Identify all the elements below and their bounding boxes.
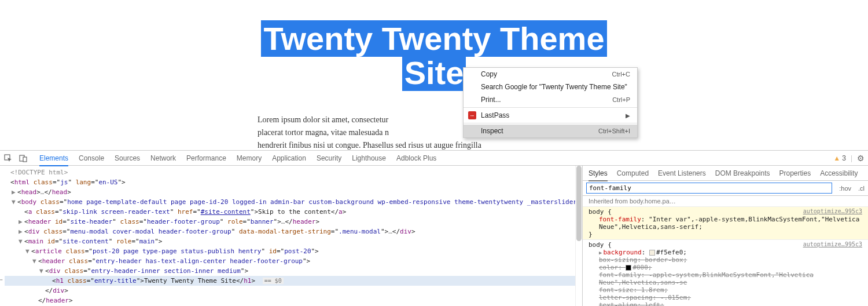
dom-line[interactable]: </header> [5, 296, 575, 305]
dom-line[interactable]: <!DOCTYPE html> [5, 167, 575, 177]
dom-line[interactable]: ▼<header class="entry-header has-text-al… [5, 256, 575, 266]
tab-console[interactable]: Console [79, 151, 104, 166]
context-menu-search-google[interactable]: Search Google for "Twenty Twenty Theme S… [464, 81, 637, 93]
source-link[interactable]: autoptimize…995c3 [803, 208, 862, 214]
tab-styles[interactable]: Styles [589, 166, 608, 181]
expand-arrow-icon[interactable]: ▶ [599, 250, 602, 256]
context-menu-lastpass[interactable]: ··· LastPass ▶ [464, 109, 637, 122]
page-heading-line2: Site [402, 54, 466, 91]
dom-line[interactable]: ▼<article class="post-20 page type-page … [5, 246, 575, 256]
tab-computed[interactable]: Computed [617, 166, 649, 180]
context-menu-copy[interactable]: Copy Ctrl+C [464, 68, 637, 81]
inspect-element-icon[interactable] [3, 154, 13, 163]
context-menu-inspect[interactable]: Inspect Ctrl+Shift+I [464, 125, 637, 137]
styles-filter-row: :hov .cl [583, 181, 868, 196]
css-rule[interactable]: autoptimize…995c3 body { ▶background: #f… [583, 240, 868, 306]
warnings-count[interactable]: ▲ 3 [833, 154, 846, 162]
tab-dom-breakpoints[interactable]: DOM Breakpoints [715, 166, 770, 180]
dom-tree[interactable]: ⋯ <!DOCTYPE html><html class="js" lang="… [0, 166, 575, 306]
css-rule-matched[interactable]: autoptimize…995c3 body { font-family: "I… [583, 207, 868, 240]
dom-line[interactable]: ▼<body class="home page-template-default… [5, 197, 575, 207]
devtools-body: ⋯ <!DOCTYPE html><html class="js" lang="… [0, 166, 868, 306]
css-decl[interactable]: letter-spacing: -.015em; [589, 294, 862, 301]
hov-toggle[interactable]: :hov [836, 185, 855, 192]
divider: | [851, 154, 852, 162]
tab-security[interactable]: Security [317, 151, 341, 166]
device-toolbar-icon[interactable] [19, 154, 28, 163]
browser-viewport: Twenty Twenty Theme Site Lorem ipsum dol… [0, 0, 868, 150]
tab-accessibility[interactable]: Accessibility [820, 166, 858, 180]
tab-properties[interactable]: Properties [779, 166, 811, 180]
context-menu-separator [464, 107, 637, 108]
page-heading-line1: Twenty Twenty Theme [261, 20, 606, 57]
css-decl[interactable]: ▶background: #f5efe0; [589, 249, 862, 256]
styles-filter-input[interactable] [586, 183, 832, 194]
tab-memory[interactable]: Memory [237, 151, 262, 166]
warning-icon: ▲ [833, 154, 840, 162]
devtools: Elements Console Sources Network Perform… [0, 150, 868, 306]
css-rules: Inherited from body.home.pa… autoptimize… [583, 196, 868, 306]
tab-sources[interactable]: Sources [115, 151, 140, 166]
tab-adblock-plus[interactable]: Adblock Plus [396, 151, 436, 166]
css-decl[interactable]: font-size: 1.8rem; [589, 286, 862, 294]
chevron-right-icon: ▶ [626, 112, 630, 119]
scrollbar-thumb[interactable] [576, 166, 582, 241]
context-menu-print[interactable]: Print... Ctrl+P [464, 93, 637, 106]
dom-line[interactable]: ▼<main id="site-content" role="main"> [5, 236, 575, 246]
lastpass-icon: ··· [468, 111, 476, 119]
dom-line[interactable]: </div> [5, 286, 575, 296]
cls-toggle[interactable]: .cl [855, 185, 868, 192]
tab-network[interactable]: Network [150, 151, 176, 166]
inherited-from: Inherited from body.home.pa… [583, 196, 868, 207]
color-swatch[interactable] [649, 250, 655, 256]
dom-line[interactable]: ▶<div class="menu-modal cover-modal head… [5, 227, 575, 236]
color-swatch[interactable] [626, 265, 631, 271]
dom-line[interactable]: <h1 class="entry-title">Twenty Twenty Th… [5, 276, 575, 286]
inherited-from-link[interactable]: body.home.pa… [630, 198, 676, 205]
css-decl[interactable]: font-family: -apple-system,BlinkMacSyste… [589, 271, 862, 286]
tab-lighthouse[interactable]: Lighthouse [352, 151, 386, 166]
dom-line[interactable]: ▼<div class="entry-header-inner section-… [5, 266, 575, 276]
page-heading: Twenty Twenty Theme Site [0, 0, 868, 90]
css-decl[interactable]: box-sizing: border-box; [589, 256, 862, 264]
dom-line[interactable]: ▶<header id="site-header" class="header-… [5, 217, 575, 227]
svg-rect-2 [23, 157, 27, 162]
dom-line[interactable]: <html class="js" lang="en-US"> [5, 177, 575, 187]
context-menu-separator [464, 123, 637, 123]
tab-elements[interactable]: Elements [39, 151, 68, 166]
ellipsis-icon: ⋯ [0, 275, 3, 285]
gear-icon[interactable]: ⚙ [857, 154, 865, 163]
devtools-toolbar-right: ▲ 3 | ⚙ [833, 154, 865, 163]
dom-line[interactable]: ▶<head>…</head> [5, 187, 575, 197]
css-decl[interactable]: color: #000; [589, 264, 862, 271]
dom-line[interactable]: <a class="skip-link screen-reader-text" … [5, 207, 575, 217]
devtools-tabs: Elements Console Sources Network Perform… [39, 151, 436, 166]
css-decl[interactable]: text-align: left; [589, 301, 862, 306]
tab-performance[interactable]: Performance [186, 151, 226, 166]
styles-tabs: Styles Computed Event Listeners DOM Brea… [583, 166, 868, 181]
css-decl[interactable]: font-family: "Inter var",-apple-system,B… [589, 216, 862, 231]
tab-event-listeners[interactable]: Event Listeners [658, 166, 706, 180]
source-link[interactable]: autoptimize…995c3 [803, 241, 862, 247]
styles-panel: Styles Computed Event Listeners DOM Brea… [582, 166, 868, 306]
tab-application[interactable]: Application [272, 151, 306, 166]
context-menu: Copy Ctrl+C Search Google for "Twenty Tw… [463, 67, 638, 138]
devtools-toolbar: Elements Console Sources Network Perform… [0, 151, 868, 166]
scrollbar[interactable] [575, 166, 582, 306]
